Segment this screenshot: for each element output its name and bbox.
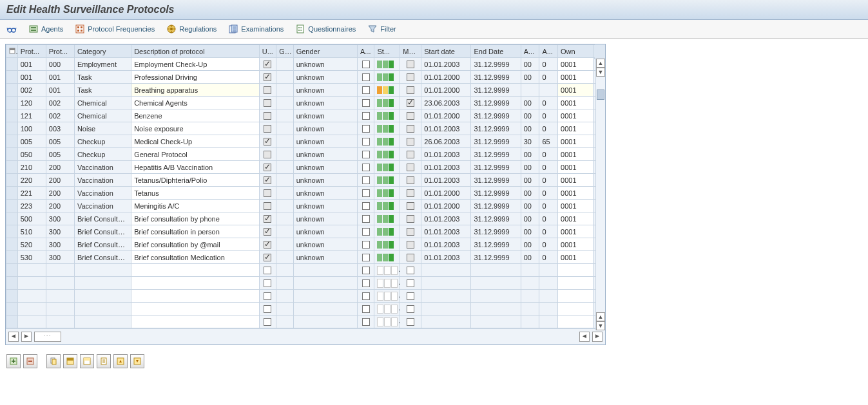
cell-prot1[interactable]: 002: [17, 84, 46, 97]
col-category[interactable]: Category: [74, 45, 131, 58]
cell-own[interactable]: 0001: [558, 135, 593, 148]
table-row[interactable]: 530300Brief ConsultationBrief consultati…: [6, 251, 605, 264]
checkbox[interactable]: [362, 176, 370, 184]
cell-prot2[interactable]: 002: [46, 97, 74, 109]
cell-start-date[interactable]: 01.01.2000: [421, 109, 471, 122]
cell-description[interactable]: Chemical Agents: [131, 97, 260, 109]
cell-a2[interactable]: 00: [521, 122, 539, 135]
checkbox[interactable]: [264, 228, 271, 236]
checkbox[interactable]: [264, 164, 271, 171]
checkbox[interactable]: [407, 99, 414, 107]
cell-prot2[interactable]: 001: [46, 84, 74, 97]
row-selector[interactable]: [6, 109, 18, 122]
cell-end-date[interactable]: 31.12.9999: [471, 225, 521, 238]
scroll-down2-button[interactable]: ▼: [596, 321, 605, 330]
cell-prot1[interactable]: 210: [17, 161, 46, 174]
row-selector[interactable]: [6, 122, 18, 135]
cell-a3[interactable]: 65: [539, 135, 558, 148]
checkbox[interactable]: [264, 202, 271, 210]
cell-u[interactable]: [259, 187, 276, 200]
cell-ma[interactable]: [400, 97, 421, 109]
cell-end-date[interactable]: 31.12.9999: [471, 58, 521, 71]
cell-prot2[interactable]: 005: [46, 148, 74, 161]
checkbox[interactable]: [407, 215, 414, 223]
checkbox[interactable]: [362, 151, 370, 158]
col-a[interactable]: A...: [357, 45, 374, 58]
cell-description[interactable]: Brief consultation Medication: [131, 251, 260, 264]
cell-description[interactable]: Tetanus: [131, 187, 260, 200]
cell-a[interactable]: [357, 200, 374, 212]
cell-a3[interactable]: 0: [539, 200, 558, 212]
cell-category[interactable]: Brief Consultation: [74, 212, 131, 225]
cell-own[interactable]: 0001: [558, 212, 593, 225]
cell-u[interactable]: [259, 97, 276, 109]
row-selector[interactable]: [6, 187, 18, 200]
cell-u[interactable]: [259, 225, 276, 238]
cell-own[interactable]: 0001: [558, 200, 593, 212]
checkbox[interactable]: [407, 305, 414, 313]
col-a2[interactable]: A...: [521, 45, 539, 58]
checkbox[interactable]: [362, 99, 370, 107]
cell-gender[interactable]: unknown: [293, 238, 357, 251]
row-selector[interactable]: [6, 161, 18, 174]
cell-a3[interactable]: 0: [539, 148, 558, 161]
cell-g[interactable]: [276, 135, 293, 148]
cell-g[interactable]: [276, 238, 293, 251]
row-selector[interactable]: [6, 58, 18, 71]
cell-a[interactable]: [357, 174, 374, 187]
checkbox[interactable]: [407, 151, 414, 158]
cell-a[interactable]: [357, 212, 374, 225]
table-row[interactable]: 223200VaccinationMeningitis A/Cunknown01…: [6, 200, 605, 212]
scroll-right-end-button[interactable]: ►: [592, 332, 603, 342]
cell-prot1[interactable]: 100: [17, 122, 46, 135]
table-row[interactable]: 001001TaskProfessional Drivingunknown01.…: [6, 71, 605, 84]
cell-own[interactable]: 0001: [558, 251, 593, 264]
cell-start-date[interactable]: 01.01.2003: [421, 238, 471, 251]
regulations-button[interactable]: Regulations: [166, 24, 217, 34]
sort-asc-button[interactable]: [113, 354, 128, 368]
cell-u[interactable]: [259, 135, 276, 148]
scroll-thumb[interactable]: [597, 89, 604, 100]
cell-gender[interactable]: unknown: [293, 161, 357, 174]
cell-category[interactable]: Employment: [74, 58, 131, 71]
row-selector[interactable]: [6, 174, 18, 187]
table-row[interactable]: 220200VaccinationTetanus/Diphteria/Polio…: [6, 174, 605, 187]
col-gender[interactable]: Gender: [293, 45, 357, 58]
cell-g[interactable]: [276, 161, 293, 174]
row-selector[interactable]: [6, 303, 18, 316]
checkbox[interactable]: [362, 215, 370, 223]
cell-g[interactable]: [276, 200, 293, 212]
cell-a3[interactable]: 0: [539, 161, 558, 174]
cell-own[interactable]: 0001: [558, 97, 593, 109]
cell-ma[interactable]: [400, 238, 421, 251]
checkbox[interactable]: [264, 305, 271, 313]
cell-gender[interactable]: unknown: [293, 148, 357, 161]
cell-start-date[interactable]: 01.01.2003: [421, 225, 471, 238]
table-row[interactable]: 002001TaskBreathing apparatusunknown01.0…: [6, 84, 605, 97]
col-g[interactable]: G...: [276, 45, 293, 58]
cell-a[interactable]: [357, 122, 374, 135]
cell-category[interactable]: Vaccination: [74, 200, 131, 212]
cell-a3[interactable]: 0: [539, 174, 558, 187]
cell-prot2[interactable]: 300: [46, 238, 74, 251]
cell-own[interactable]: 0001: [558, 174, 593, 187]
cell-ma[interactable]: [400, 200, 421, 212]
row-selector[interactable]: [6, 225, 18, 238]
cell-gender[interactable]: unknown: [293, 84, 357, 97]
scroll-left-button[interactable]: ◄: [8, 332, 19, 342]
checkbox[interactable]: [407, 125, 414, 133]
cell-g[interactable]: [276, 109, 293, 122]
cell-gender[interactable]: unknown: [293, 212, 357, 225]
col-u[interactable]: U...: [259, 45, 276, 58]
scroll-up2-button[interactable]: ▲: [596, 312, 605, 321]
cell-end-date[interactable]: 31.12.9999: [471, 122, 521, 135]
row-selector[interactable]: [6, 148, 18, 161]
cell-prot2[interactable]: 300: [46, 212, 74, 225]
row-selector[interactable]: [6, 212, 18, 225]
cell-end-date[interactable]: 31.12.9999: [471, 135, 521, 148]
cell-description[interactable]: Brief consultation by @mail: [131, 238, 260, 251]
cell-a3[interactable]: 0: [539, 97, 558, 109]
cell-prot1[interactable]: 120: [17, 97, 46, 109]
cell-a[interactable]: [357, 251, 374, 264]
checkbox[interactable]: [407, 254, 414, 261]
